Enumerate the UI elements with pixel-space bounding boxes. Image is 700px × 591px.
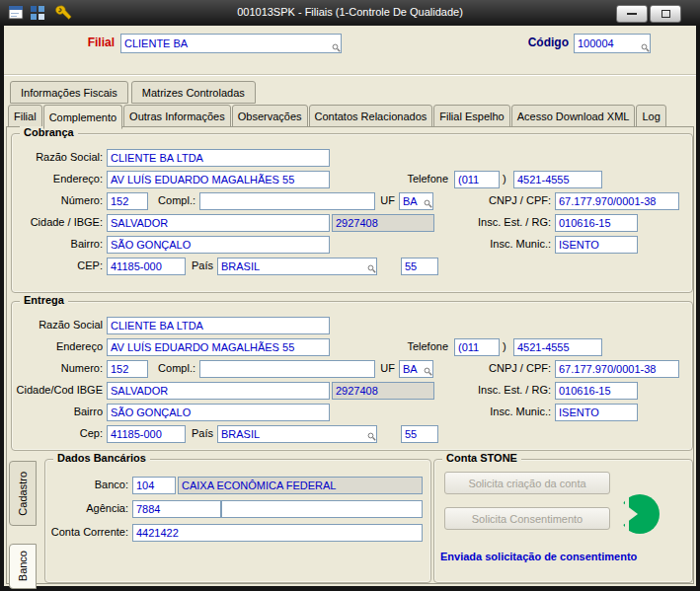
cobranca-bairro-input[interactable] xyxy=(107,236,330,254)
entrega-endereco-input[interactable] xyxy=(107,338,330,356)
entrega-razao-social-input[interactable] xyxy=(107,317,330,334)
window-title: 001013SPK - Filiais (1-Controle De Quali… xyxy=(0,6,700,18)
banco-codigo-input[interactable] xyxy=(132,477,176,494)
filial-field-wrap xyxy=(120,34,342,53)
cobranca-telefone-input[interactable] xyxy=(513,171,602,188)
cobranca-telefone-paren: ) xyxy=(503,170,510,187)
lookup-icon[interactable] xyxy=(367,432,376,441)
dados-bancarios-groupbox: Dados Bancários Banco: Agência: Conta Co… xyxy=(44,459,431,583)
conta-corrente-input[interactable] xyxy=(132,524,423,542)
codigo-label: Código xyxy=(515,36,569,49)
cobranca-pais-label: País xyxy=(188,257,213,274)
entrega-insc-munic-label: Insc. Munic.: xyxy=(403,403,551,420)
entrega-telefone-input[interactable] xyxy=(513,338,602,356)
cobranca-compl-input[interactable] xyxy=(199,192,375,210)
side-tab-banco-label: Banco xyxy=(17,551,29,581)
side-tab-cadastro[interactable]: Cadastro xyxy=(9,461,37,526)
header-divider xyxy=(4,74,696,76)
cobranca-pais-codigo-input[interactable] xyxy=(401,258,438,275)
cobranca-groupbox: Cobrança Razão Social: Endereço: Telefon… xyxy=(11,133,693,293)
tab-informacoes-fiscais[interactable]: Informações Fiscais xyxy=(10,81,128,104)
cobranca-cidade-label: Cidade / IBGE: xyxy=(12,213,103,231)
tab-filial[interactable]: Filial xyxy=(8,105,42,128)
entrega-numero-label: Numero: xyxy=(12,359,103,377)
entrega-insc-est-input[interactable] xyxy=(555,382,638,400)
minimize-button[interactable] xyxy=(616,5,648,23)
cobranca-cidade-input[interactable] xyxy=(107,214,330,232)
minimize-icon xyxy=(627,13,637,15)
entrega-telefone-ddd-input[interactable] xyxy=(454,338,500,356)
cobranca-insc-munic-input[interactable] xyxy=(555,236,638,254)
entrega-cidade-label: Cidade/Cod IBGE xyxy=(12,381,103,399)
solicita-criacao-conta-button[interactable]: Solicita criação da conta xyxy=(444,472,610,494)
tab-acesso-download-xml[interactable]: Acesso Download XML xyxy=(511,105,636,128)
cobranca-insc-munic-wrap xyxy=(555,235,638,253)
maximize-button[interactable] xyxy=(650,5,681,23)
side-tab-banco[interactable]: Banco xyxy=(9,544,37,589)
cobranca-pais-wrap xyxy=(217,257,377,274)
tab-log[interactable]: Log xyxy=(636,105,665,128)
agencia-input[interactable] xyxy=(132,500,221,518)
banco-nome-wrap xyxy=(178,476,423,493)
cobranca-bairro-label: Bairro: xyxy=(12,235,103,253)
solicita-consentimento-button[interactable]: Solicita Consentimento xyxy=(444,507,610,530)
codigo-input[interactable] xyxy=(574,34,651,53)
entrega-bairro-wrap xyxy=(107,403,330,420)
entrega-cidade-input[interactable] xyxy=(107,382,330,400)
lookup-icon[interactable] xyxy=(332,43,341,52)
entrega-endereco-wrap xyxy=(107,337,330,355)
entrega-bairro-label: Bairro xyxy=(12,403,103,420)
cobranca-cnpj-input[interactable] xyxy=(555,192,679,210)
cobranca-uf-label: UF xyxy=(377,191,395,209)
cobranca-cep-wrap xyxy=(107,257,186,274)
upper-tab-bar: Informações Fiscais Matrizes Controladas xyxy=(10,81,257,104)
entrega-compl-input[interactable] xyxy=(199,360,375,378)
cobranca-razao-social-input[interactable] xyxy=(107,149,330,167)
cobranca-numero-input[interactable] xyxy=(107,192,148,210)
entrega-bairro-input[interactable] xyxy=(107,404,330,421)
cobranca-telefone-ddd-input[interactable] xyxy=(454,171,500,188)
entrega-pais-codigo-wrap xyxy=(401,424,438,442)
entrega-insc-munic-input[interactable] xyxy=(555,404,638,421)
cobranca-cep-input[interactable] xyxy=(107,258,186,275)
tab-complemento[interactable]: Complemento xyxy=(43,105,122,129)
entrega-telefone-wrap xyxy=(513,337,602,355)
cobranca-endereco-label: Endereço: xyxy=(12,170,103,187)
conta-stone-title: Conta STONE xyxy=(442,452,521,464)
cobranca-compl-label: Compl.: xyxy=(150,191,195,209)
tab-outras-informacoes[interactable]: Outras Informações xyxy=(123,105,231,128)
dados-bancarios-title: Dados Bancários xyxy=(53,452,150,464)
entrega-numero-input[interactable] xyxy=(107,360,148,378)
side-tab-cadastro-label: Cadastro xyxy=(17,472,29,516)
cobranca-numero-label: Número: xyxy=(12,191,103,209)
agencia-compl-input[interactable] xyxy=(221,500,423,518)
banco-label: Banco: xyxy=(45,476,128,493)
cobranca-cidade-wrap xyxy=(107,213,330,231)
cobranca-cnpj-wrap xyxy=(555,191,679,209)
entrega-razao-social-label: Razão Social xyxy=(12,316,103,333)
cobranca-insc-est-wrap xyxy=(555,213,638,231)
filial-input[interactable] xyxy=(120,34,342,53)
entrega-insc-est-label: Insc. Est. / RG: xyxy=(403,381,551,399)
stone-status-text: Enviada solicitação de consentimento xyxy=(440,551,637,562)
entrega-cnpj-input[interactable] xyxy=(555,360,679,378)
codigo-field-wrap xyxy=(574,34,651,53)
tab-contatos-relacionados[interactable]: Contatos Relacionados xyxy=(309,105,433,128)
cobranca-insc-est-input[interactable] xyxy=(555,214,638,232)
cobranca-endereco-wrap xyxy=(107,170,330,187)
entrega-cep-input[interactable] xyxy=(107,425,186,443)
tab-matrizes-controladas[interactable]: Matrizes Controladas xyxy=(131,81,256,104)
tab-observacoes[interactable]: Observações xyxy=(232,105,308,128)
lookup-icon[interactable] xyxy=(641,43,650,52)
cobranca-pais-input[interactable] xyxy=(217,258,377,275)
entrega-pais-input[interactable] xyxy=(217,425,377,443)
entrega-cnpj-label: CNPJ / CPF: xyxy=(403,359,551,377)
lookup-icon[interactable] xyxy=(367,264,376,273)
cobranca-endereco-input[interactable] xyxy=(107,171,330,188)
tab-filial-espelho[interactable]: Filial Espelho xyxy=(433,105,509,128)
entrega-pais-codigo-input[interactable] xyxy=(401,425,438,443)
cobranca-insc-est-label: Insc. Est. / RG: xyxy=(403,213,551,231)
app-window: 001013SPK - Filiais (1-Controle De Quali… xyxy=(0,0,700,591)
conta-stone-groupbox: Conta STONE Solicita criação da conta So… xyxy=(433,459,693,583)
cobranca-telefone-ddd-wrap xyxy=(454,170,500,187)
